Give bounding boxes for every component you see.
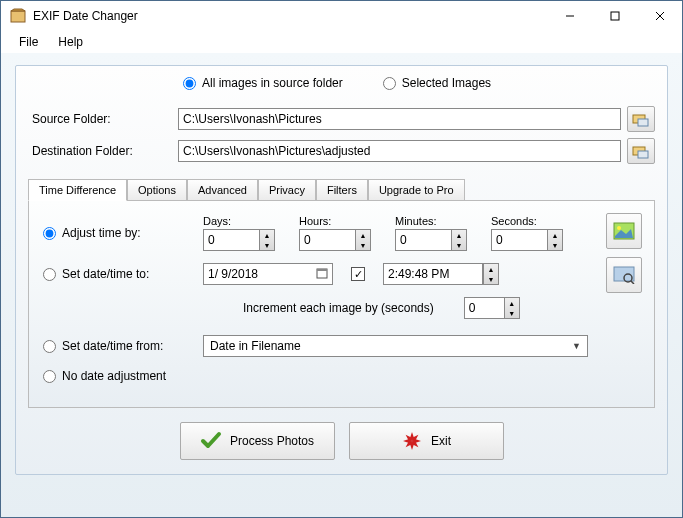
tab-filters[interactable]: Filters <box>316 179 368 201</box>
radio-set-date-time-input[interactable] <box>43 268 56 281</box>
svg-rect-8 <box>638 151 648 158</box>
radio-no-adjustment-label: No date adjustment <box>62 369 166 383</box>
minimize-button[interactable] <box>547 1 592 31</box>
radio-adjust-time[interactable]: Adjust time by: <box>43 226 203 240</box>
radio-selected-images[interactable]: Selected Images <box>383 76 491 90</box>
hours-spinner[interactable]: ▲▼ <box>299 229 371 251</box>
set-date-time-row: Set date/time to: 1/ 9/2018 ✓ 2:49:48 PM <box>43 263 640 285</box>
days-label: Days: <box>203 215 275 227</box>
exit-button[interactable]: Exit <box>349 422 504 460</box>
app-title: EXIF Date Changer <box>33 9 547 23</box>
increment-spin-arrows[interactable]: ▲▼ <box>504 297 520 319</box>
hours-spin-arrows[interactable]: ▲▼ <box>355 229 371 251</box>
seconds-column: Seconds: ▲▼ <box>491 215 563 251</box>
increment-spinner[interactable]: ▲▼ <box>464 297 520 319</box>
hours-input[interactable] <box>299 229 355 251</box>
title-bar: EXIF Date Changer <box>1 1 682 31</box>
increment-input[interactable] <box>464 297 504 319</box>
process-photos-label: Process Photos <box>230 434 314 448</box>
radio-adjust-time-label: Adjust time by: <box>62 226 141 240</box>
no-adjustment-row: No date adjustment <box>43 369 640 383</box>
maximize-button[interactable] <box>592 1 637 31</box>
minutes-spinner[interactable]: ▲▼ <box>395 229 467 251</box>
close-button[interactable] <box>637 1 682 31</box>
source-folder-input[interactable] <box>178 108 621 130</box>
radio-set-from-input[interactable] <box>43 340 56 353</box>
picture-icon <box>613 222 635 240</box>
seconds-spin-arrows[interactable]: ▲▼ <box>547 229 563 251</box>
burst-icon <box>401 430 423 452</box>
minutes-label: Minutes: <box>395 215 467 227</box>
radio-set-date-time[interactable]: Set date/time to: <box>43 267 203 281</box>
set-from-value: Date in Filename <box>210 339 301 353</box>
radio-adjust-time-input[interactable] <box>43 227 56 240</box>
tab-advanced[interactable]: Advanced <box>187 179 258 201</box>
destination-folder-input[interactable] <box>178 140 621 162</box>
seconds-spinner[interactable]: ▲▼ <box>491 229 563 251</box>
svg-rect-2 <box>611 12 619 20</box>
radio-set-from[interactable]: Set date/time from: <box>43 339 203 353</box>
tab-time-difference[interactable]: Time Difference <box>28 179 127 201</box>
seconds-input[interactable] <box>491 229 547 251</box>
radio-no-adjustment-input[interactable] <box>43 370 56 383</box>
source-folder-row: Source Folder: <box>28 106 655 132</box>
image-selection-radios: All images in source folder Selected Ima… <box>183 76 655 96</box>
increment-row: Increment each image by (seconds) ▲▼ <box>243 297 640 319</box>
radio-all-images[interactable]: All images in source folder <box>183 76 343 90</box>
radio-set-from-label: Set date/time from: <box>62 339 163 353</box>
date-value: 1/ 9/2018 <box>208 267 258 281</box>
time-inputs: Days: ▲▼ Hours: ▲▼ <box>203 215 563 251</box>
time-picker[interactable]: 2:49:48 PM <box>383 263 483 285</box>
days-spin-arrows[interactable]: ▲▼ <box>259 229 275 251</box>
process-photos-button[interactable]: Process Photos <box>180 422 335 460</box>
menu-help[interactable]: Help <box>50 33 91 51</box>
days-input[interactable] <box>203 229 259 251</box>
image-preview-button[interactable] <box>606 213 642 249</box>
set-from-row: Set date/time from: Date in Filename ▼ <box>43 335 640 357</box>
main-panel: All images in source folder Selected Ima… <box>15 65 668 475</box>
date-time-pickers: 1/ 9/2018 ✓ 2:49:48 PM ▲▼ <box>203 263 499 285</box>
days-spinner[interactable]: ▲▼ <box>203 229 275 251</box>
svg-rect-0 <box>11 11 25 22</box>
checkmark-icon <box>200 430 222 452</box>
bottom-buttons: Process Photos <box>28 422 655 460</box>
source-browse-button[interactable] <box>627 106 655 132</box>
destination-browse-button[interactable] <box>627 138 655 164</box>
time-picker-wrapper: 2:49:48 PM ▲▼ <box>383 263 499 285</box>
svg-rect-6 <box>638 119 648 126</box>
set-from-dropdown[interactable]: Date in Filename ▼ <box>203 335 588 357</box>
hours-label: Hours: <box>299 215 371 227</box>
adjust-time-row: Adjust time by: Days: ▲▼ Hours: <box>43 215 640 251</box>
svg-point-10 <box>617 226 621 230</box>
time-enabled-checkbox[interactable]: ✓ <box>351 267 365 281</box>
folder-icon <box>632 143 650 159</box>
minutes-column: Minutes: ▲▼ <box>395 215 467 251</box>
chevron-down-icon: ▼ <box>572 341 581 351</box>
radio-selected-images-label: Selected Images <box>402 76 491 90</box>
menu-file[interactable]: File <box>11 33 46 51</box>
window-controls <box>547 1 682 31</box>
destination-folder-row: Destination Folder: <box>28 138 655 164</box>
app-icon <box>9 7 27 25</box>
radio-selected-images-input[interactable] <box>383 77 396 90</box>
tab-options[interactable]: Options <box>127 179 187 201</box>
exit-label: Exit <box>431 434 451 448</box>
image-search-button[interactable] <box>606 257 642 293</box>
main-window: EXIF Date Changer File Help All images i… <box>0 0 683 518</box>
seconds-label: Seconds: <box>491 215 563 227</box>
radio-all-images-input[interactable] <box>183 77 196 90</box>
content-area: All images in source folder Selected Ima… <box>1 53 682 517</box>
search-picture-icon <box>613 266 635 284</box>
tab-upgrade[interactable]: Upgrade to Pro <box>368 179 465 201</box>
calendar-icon <box>316 267 328 282</box>
radio-no-adjustment[interactable]: No date adjustment <box>43 369 203 383</box>
menu-bar: File Help <box>1 31 682 53</box>
radio-set-date-time-label: Set date/time to: <box>62 267 149 281</box>
time-spin-arrows[interactable]: ▲▼ <box>483 263 499 285</box>
hours-column: Hours: ▲▼ <box>299 215 371 251</box>
date-picker[interactable]: 1/ 9/2018 <box>203 263 333 285</box>
minutes-spin-arrows[interactable]: ▲▼ <box>451 229 467 251</box>
minutes-input[interactable] <box>395 229 451 251</box>
tab-privacy[interactable]: Privacy <box>258 179 316 201</box>
time-value: 2:49:48 PM <box>388 267 449 281</box>
